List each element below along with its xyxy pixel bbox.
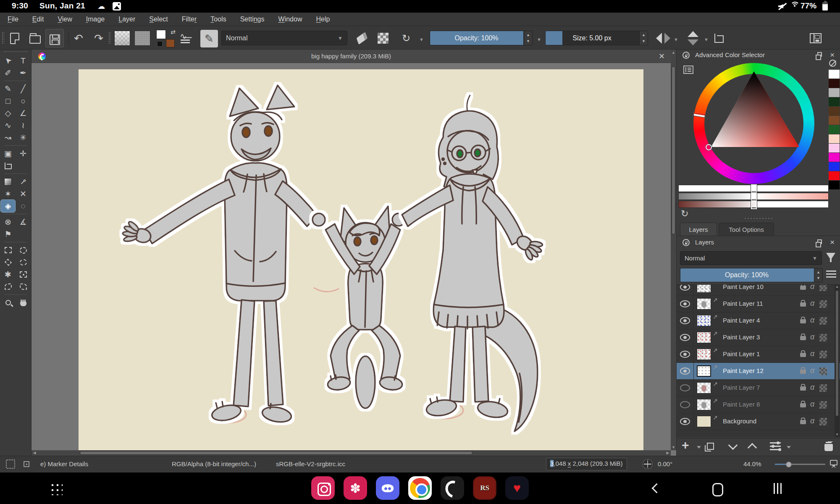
scrollbar-thumb[interactable] xyxy=(80,451,472,455)
crop-tool[interactable] xyxy=(1,160,15,172)
measure-tool[interactable]: ∡ xyxy=(16,216,30,228)
lock-icon[interactable] xyxy=(800,403,806,407)
close-document-button[interactable]: ✕ xyxy=(659,52,665,61)
lock-icon[interactable] xyxy=(800,336,806,340)
lock-icon[interactable] xyxy=(800,302,806,307)
layer-blending-mode-dropdown[interactable]: Normal ▼ xyxy=(680,251,822,265)
menu-layer[interactable]: Layer xyxy=(116,15,138,24)
colorize-mask-tool[interactable]: ✕ xyxy=(16,188,30,200)
menu-window[interactable]: Window xyxy=(276,15,305,24)
mirror-horizontal-button[interactable] xyxy=(656,33,670,44)
visibility-on-icon[interactable] xyxy=(680,418,690,425)
canvas-vertical-scrollbar[interactable]: ▲ ▼ xyxy=(671,50,676,450)
layer-row[interactable]: ↗Paint Layer 12α xyxy=(677,363,840,380)
scroll-down-icon[interactable]: ▼ xyxy=(671,444,676,450)
tab-tool-options[interactable]: Tool Options xyxy=(719,223,774,236)
add-layer-button[interactable]: + xyxy=(682,438,689,452)
swap-colors-icon[interactable]: ⇄ xyxy=(171,29,176,35)
visibility-on-icon[interactable] xyxy=(680,284,690,291)
inherit-alpha-icon[interactable] xyxy=(819,401,827,409)
layer-row[interactable]: ↗Paint Layer 4α xyxy=(677,312,840,329)
color-history-swatch[interactable] xyxy=(829,125,840,134)
layer-list-scrollbar[interactable]: ▲ ▼ xyxy=(835,284,840,437)
polyline-tool[interactable]: ∠ xyxy=(16,107,30,119)
menu-tools[interactable]: Tools xyxy=(208,15,228,24)
inherit-alpha-icon[interactable] xyxy=(819,418,827,425)
freehand-path-tool[interactable]: ≀ xyxy=(16,119,30,131)
toolbox-grip[interactable] xyxy=(4,51,27,54)
add-layer-dropdown-icon[interactable] xyxy=(697,446,701,449)
no-color-icon[interactable] xyxy=(829,60,836,67)
text-tool[interactable]: T xyxy=(16,55,30,67)
rect-select-tool[interactable] xyxy=(1,244,15,256)
heart-app-icon[interactable]: ♥ xyxy=(505,476,529,500)
scroll-down-icon[interactable]: ▼ xyxy=(835,432,840,437)
inherit-alpha-icon[interactable] xyxy=(819,317,827,325)
inherit-alpha-icon[interactable] xyxy=(819,300,827,308)
bezier-curve-tool[interactable]: ∿ xyxy=(1,119,15,131)
color-history-swatch[interactable] xyxy=(829,153,840,162)
visibility-on-icon[interactable] xyxy=(680,368,690,375)
pan-tool[interactable] xyxy=(16,297,30,309)
chrome-app-icon[interactable] xyxy=(408,476,432,500)
zoom-tool[interactable] xyxy=(1,297,15,309)
discord-app-icon[interactable] xyxy=(376,476,399,500)
color-history-swatch[interactable] xyxy=(829,162,840,171)
layer-row[interactable]: ↗Paint Layer 3α xyxy=(677,329,840,346)
brush-presets-button[interactable] xyxy=(178,33,193,46)
edit-shapes-tool[interactable]: ✐ xyxy=(1,67,15,79)
float-docker-icon[interactable] xyxy=(817,52,822,57)
assistants-tool[interactable]: ⊗ xyxy=(1,216,15,228)
reference-images-tool[interactable]: ⚑ xyxy=(1,228,15,240)
workspace-chooser-button[interactable] xyxy=(808,32,823,45)
shape-select-tool[interactable]: ➤ xyxy=(1,55,15,67)
mirror-vertical-button[interactable] xyxy=(688,31,698,45)
color-history-swatch[interactable] xyxy=(829,70,840,79)
background-color-swatch[interactable] xyxy=(166,39,175,47)
back-button[interactable] xyxy=(644,482,667,495)
color-history-swatch[interactable] xyxy=(829,97,840,106)
properties-dropdown-icon[interactable] xyxy=(787,446,791,449)
dock-resize-handle[interactable] xyxy=(744,218,773,219)
slider-marker[interactable] xyxy=(751,184,757,193)
bezier-select-tool[interactable] xyxy=(1,281,15,293)
lock-icon[interactable] xyxy=(800,420,806,424)
scroll-up-icon[interactable]: ▲ xyxy=(671,50,676,55)
pattern-chooser-button[interactable] xyxy=(134,31,150,46)
enclose-fill-tool[interactable]: ◌ xyxy=(16,200,30,212)
color-history-swatch[interactable] xyxy=(829,171,840,180)
foreground-color-swatch[interactable] xyxy=(156,30,166,39)
layer-row[interactable]: ↗Paint Layer 10α xyxy=(677,284,840,296)
chevron-down-icon[interactable]: ▼ xyxy=(419,37,424,42)
menu-edit[interactable]: Edit xyxy=(30,15,47,24)
similar-select-tool[interactable] xyxy=(16,268,30,281)
magnetic-select-tool[interactable] xyxy=(16,281,30,293)
save-button[interactable] xyxy=(45,29,64,47)
lock-icon[interactable] xyxy=(800,386,806,391)
alpha-icon[interactable]: α xyxy=(810,299,814,308)
layer-opacity-slider[interactable]: Opacity: 100% ▲▼ xyxy=(680,268,823,282)
close-docker-icon[interactable]: × xyxy=(830,50,835,60)
opacity-spinner[interactable]: ▲▼ xyxy=(524,31,532,45)
alpha-icon[interactable]: α xyxy=(810,284,814,291)
redo-button[interactable]: ↷ xyxy=(92,32,106,45)
inherit-alpha-icon[interactable] xyxy=(819,334,827,341)
recents-button[interactable] xyxy=(766,482,790,495)
canvas-horizontal-scrollbar[interactable]: ◀ ▶ xyxy=(32,450,671,456)
color-history-swatch[interactable] xyxy=(829,116,840,125)
layer-row[interactable]: ↗Paint Layer 11α xyxy=(677,296,840,312)
visibility-on-icon[interactable] xyxy=(680,351,690,358)
freehand-select-tool[interactable] xyxy=(16,256,30,268)
runescape-app-icon[interactable]: RS xyxy=(473,476,496,500)
color-history-swatch[interactable] xyxy=(829,144,840,152)
selection-mode-icon[interactable] xyxy=(6,459,15,469)
current-brush-preset-button[interactable]: ✎ xyxy=(200,30,218,47)
docker-lock-icon[interactable] xyxy=(682,239,690,246)
duplicate-layer-button[interactable] xyxy=(707,443,714,450)
calligraphy-tool[interactable]: ✒ xyxy=(16,67,30,79)
freehand-brush-tool[interactable]: ✎ xyxy=(1,83,15,95)
inherit-alpha-icon[interactable] xyxy=(819,384,827,392)
blending-mode-dropdown[interactable]: Normal ▼ xyxy=(221,31,347,45)
scrollbar-thumb[interactable] xyxy=(835,290,839,416)
foreground-background-colors[interactable]: ⇄ xyxy=(156,30,176,47)
